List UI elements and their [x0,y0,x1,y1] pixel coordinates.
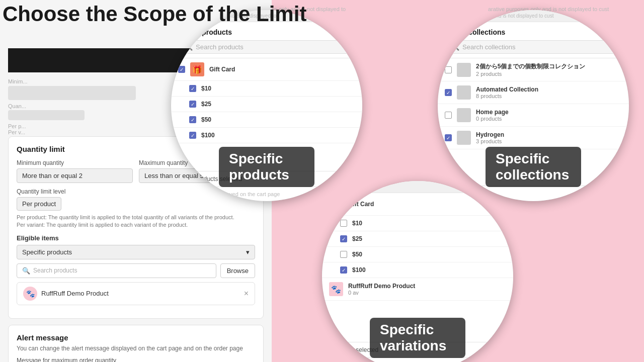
specific-collections-label: Specific collections [486,147,581,187]
alert-section: Alert message You can change the alert m… [8,325,264,362]
eligible-dropdown[interactable]: Specific products ▾ [17,245,255,259]
checkbox[interactable] [445,66,452,73]
search-icon: 🔍 [22,267,30,275]
min-qty-input[interactable]: More than or equal 2 [17,168,133,183]
checkbox[interactable] [340,251,347,258]
product-item: $25 [171,97,362,112]
variant-name: $100 [352,266,506,274]
variant-name: $10 [201,85,355,92]
checkbox[interactable] [445,89,452,96]
product-item: $100 [171,128,362,143]
collections-search[interactable]: 🔍 Search collections [446,40,621,54]
per-product-help: Per product: The quantity limit is appli… [17,214,255,221]
product-item: $10 [171,81,362,97]
variant-name: $10 [352,220,506,227]
alert-title: Alert message [17,333,255,342]
products-search[interactable]: 🔍 Search products [179,40,354,54]
selected-product-chip: 🐾 RuffRuff Demo Product × [17,282,255,305]
page-title: Choose the Scope of the Limit [3,2,306,26]
collection-name: Hydrogen [476,131,622,138]
circle-products: arative purposes only and is not display… [171,10,362,201]
variation-item: $25 [322,231,513,247]
selected-product-name: RuffRuff Demo Product [41,290,240,297]
search-products-input[interactable]: 🔍 Search products [17,263,216,278]
variant-name: $25 [201,101,355,108]
checkbox[interactable] [340,235,347,242]
checkbox[interactable] [189,132,196,139]
per-variant-help: Per variant: The quantity limit is appli… [17,221,255,229]
collection-thumb [457,63,471,77]
checkbox[interactable] [340,266,347,274]
collection-item: 2個から5個までの個数制限コレクション 2 products [438,58,629,81]
checkbox[interactable] [445,134,452,141]
variation-item: $50 [322,247,513,262]
collection-name: 2個から5個までの個数制限コレクション [476,62,622,71]
circle-collections: arative purposes only and is not display… [438,10,629,201]
circle-variations: n products 🎁 Gift Card $10 $25 $50 [322,181,513,362]
specific-variations-label: Specific variations [370,318,465,358]
specific-products-label: Specific products [219,147,314,187]
collection-sub: 3 products [476,138,622,144]
variant-name: $50 [201,116,355,123]
checkbox[interactable] [189,116,196,123]
collection-sub: 2 products [476,71,622,77]
collection-sub: 8 products [476,93,622,99]
product-thumb: 🐾 [329,282,343,296]
qty-level-badge: Per product [17,197,61,211]
variant-name: $50 [352,251,506,258]
collection-item: Home page 0 products [438,104,629,127]
collection-thumb [457,131,471,145]
collection-item: Automated Collection 8 products [438,81,629,104]
variation-sub: 0 av [348,290,506,296]
collection-thumb [457,85,471,100]
product-name: Gift Card [209,66,355,73]
product-item: $50 [171,112,362,128]
variant-name: $100 [201,132,355,139]
alert-desc: You can change the alert message display… [17,345,255,352]
collection-name: Home page [476,109,622,116]
collection-item: Hydrogen 3 products [438,127,629,149]
variation-parent-name: RuffRuff Demo Product [348,283,506,290]
variation-item: $10 [322,216,513,231]
remove-product-button[interactable]: × [244,289,249,298]
min-qty-label: Minimum quantity [17,159,133,166]
collection-sub: 0 products [476,116,622,122]
variation-item: 🐾 RuffRuff Demo Product 0 av [322,278,513,301]
product-avatar: 🐾 [23,287,37,301]
product-thumb: 🎁 [190,62,204,76]
variation-item: $100 [322,262,513,278]
checkbox[interactable] [445,112,452,119]
browse-button[interactable]: Browse [220,263,255,278]
checkbox[interactable] [189,85,196,92]
product-item: 🎁 Gift Card [171,58,362,81]
variant-name: $25 [352,235,506,242]
checkbox[interactable] [189,101,196,108]
collection-thumb [457,108,471,122]
max-msg-label: Message for maximum order quantity [17,357,255,362]
collection-name: Automated Collection [476,86,622,93]
eligible-items-title: Eligible items [17,234,255,242]
checkbox[interactable] [340,220,347,227]
checkbox[interactable] [178,66,185,73]
qty-level-label: Quantity limit level [17,188,255,195]
